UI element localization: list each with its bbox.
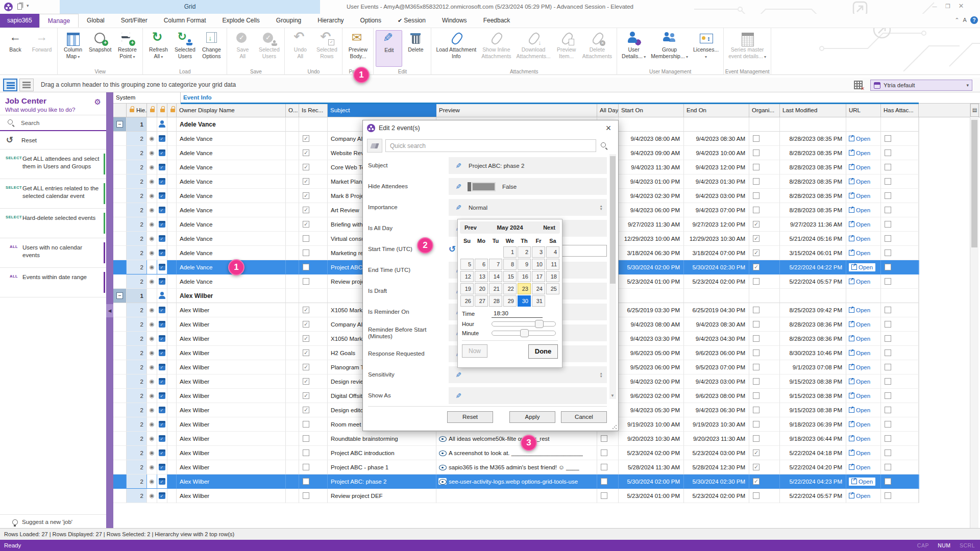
calendar-day[interactable]: 5 (460, 259, 474, 270)
collapse-ribbon-icon[interactable] (954, 17, 959, 23)
open-link[interactable]: Open (849, 236, 870, 242)
organizer-cell[interactable] (749, 403, 780, 417)
url-cell[interactable]: Open (846, 246, 881, 260)
ribbon-button[interactable]: PreviewItem... (553, 30, 580, 67)
end-on-cell[interactable]: 9/27/2023 12:00 PM (684, 217, 749, 232)
is-recurring-cell[interactable] (299, 274, 328, 289)
spinner-icon[interactable] (600, 372, 603, 378)
is-recurring-cell[interactable] (299, 189, 328, 203)
ribbon-button[interactable]: ChangeOptions (198, 30, 225, 67)
has-attachments-cell[interactable] (881, 189, 919, 203)
calendar-day[interactable]: 17 (532, 271, 545, 282)
preview-cell[interactable] (436, 489, 597, 503)
end-on-cell[interactable]: 9/4/2023 10:00 AM (684, 146, 749, 160)
is-recurring-cell[interactable] (299, 403, 328, 417)
ribbon-button[interactable]: Show InlineAttachments (479, 30, 513, 67)
open-link[interactable]: Open (849, 379, 870, 385)
organizer-cell[interactable] (749, 174, 780, 189)
organizer-cell[interactable] (749, 446, 780, 460)
start-on-cell[interactable]: 9/4/2023 09:00 AM (619, 146, 684, 160)
end-on-cell[interactable]: 5/28/2024 12:30 PM (684, 460, 749, 474)
start-on-cell[interactable]: 9/4/2023 06:00 PM (619, 203, 684, 217)
has-attachments-cell[interactable] (881, 274, 919, 289)
is-recurring-cell[interactable] (299, 303, 328, 317)
ribbon-button[interactable]: GroupMembership... (648, 30, 691, 67)
start-on-cell[interactable]: 9/4/2023 02:00 PM (619, 374, 684, 389)
clear-search-button[interactable] (367, 139, 382, 153)
band-event-info[interactable]: Event Info (181, 92, 980, 103)
last-modified-cell[interactable]: 5/22/2024 05:57 PM (780, 489, 846, 503)
organizer-cell[interactable] (749, 217, 780, 232)
has-attachments-cell[interactable] (881, 432, 919, 446)
has-attachments-cell[interactable] (881, 389, 919, 403)
calendar-day[interactable]: 20 (475, 283, 488, 294)
calendar-day[interactable]: 13 (475, 271, 488, 282)
last-modified-cell[interactable] (780, 289, 846, 303)
subject-cell[interactable]: Review project DEF (328, 489, 436, 503)
open-link[interactable]: Open (849, 464, 870, 470)
last-modified-cell[interactable]: 8/28/2023 08:35 PM (780, 203, 846, 217)
organizer-cell[interactable] (749, 203, 780, 217)
end-on-cell[interactable]: 9/4/2023 03:00 PM (684, 374, 749, 389)
open-link[interactable]: Open (849, 136, 870, 142)
last-modified-cell[interactable]: 9/18/2023 06:44 PM (780, 432, 846, 446)
row-expander[interactable] (113, 474, 127, 489)
is-recurring-cell[interactable] (299, 317, 328, 332)
organizer-cell[interactable] (749, 146, 780, 160)
header-preview[interactable]: Preview (436, 104, 597, 117)
clear-grid-filter-icon[interactable] (854, 81, 863, 89)
header-start-on[interactable]: Start On (619, 104, 684, 117)
cancel-button[interactable]: Cancel (561, 411, 607, 423)
field-value[interactable] (449, 366, 607, 383)
calendar-day[interactable]: 6 (475, 259, 488, 270)
owner-cell[interactable]: Adele Vance (177, 274, 286, 289)
has-attachments-cell[interactable] (881, 160, 919, 174)
is-recurring-cell[interactable] (299, 360, 328, 374)
url-cell[interactable]: Open (846, 189, 881, 203)
end-on-cell[interactable] (684, 289, 749, 303)
end-on-cell[interactable]: 9/4/2023 12:00 PM (684, 160, 749, 174)
owner-cell[interactable]: Alex Wilber (177, 403, 286, 417)
open-link[interactable]: Open (849, 350, 870, 356)
has-attachments-cell[interactable] (881, 474, 919, 489)
subject-cell[interactable]: Project ABC: phase 2 (328, 474, 436, 489)
calendar-day[interactable]: 28 (489, 295, 502, 307)
has-attachments-cell[interactable] (881, 403, 919, 417)
start-on-cell[interactable]: 9/27/2023 11:30 AM (619, 217, 684, 232)
header-owner[interactable]: Owner Display Name (177, 104, 286, 117)
is-recurring-cell[interactable] (299, 174, 328, 189)
has-attachments-cell[interactable] (881, 374, 919, 389)
is-recurring-cell[interactable] (299, 417, 328, 432)
minimize-button[interactable] (929, 2, 940, 11)
open-link[interactable]: Open (849, 393, 870, 399)
is-recurring-cell[interactable] (299, 117, 328, 132)
calendar-day[interactable]: 22 (503, 283, 517, 294)
job-item[interactable]: SELECT Get ALL attendees and select them… (0, 149, 106, 179)
header-has-attachments[interactable]: Has Attac... (881, 104, 919, 117)
start-on-cell[interactable]: 12/29/2023 10:00 AM (619, 232, 684, 246)
calendar-day[interactable]: 15 (503, 271, 517, 282)
calendar-day[interactable]: 2 (518, 246, 531, 258)
apply-button[interactable]: Apply (509, 411, 555, 423)
end-on-cell[interactable]: 5/23/2024 02:00 PM (684, 489, 749, 503)
is-recurring-cell[interactable] (299, 489, 328, 503)
context-tab-grid[interactable]: Grid (60, 0, 320, 14)
organizer-cell[interactable] (749, 246, 780, 260)
start-on-cell[interactable] (619, 289, 684, 303)
ribbon-button[interactable]: DownloadAttachments... (514, 30, 553, 67)
preview-cell[interactable]: All ideas welcome50k-filte ows.ytr_rest (436, 432, 597, 446)
is-recurring-cell[interactable] (299, 260, 328, 274)
last-modified-cell[interactable]: 8/28/2023 08:35 PM (780, 189, 846, 203)
row-expander[interactable] (113, 360, 127, 374)
url-cell[interactable]: Open (846, 260, 881, 274)
all-day-cell[interactable] (597, 460, 619, 474)
open-link[interactable]: Open (849, 421, 870, 428)
url-cell[interactable]: Open (846, 489, 881, 503)
close-button[interactable] (955, 2, 967, 11)
ribbon-tab[interactable]: Global (79, 14, 113, 28)
calendar-day[interactable]: 10 (532, 259, 545, 270)
last-modified-cell[interactable]: 8/30/2023 10:46 PM (780, 346, 846, 360)
row-expander[interactable] (113, 217, 127, 232)
organizer-cell[interactable] (749, 160, 780, 174)
edit-pencil-icon[interactable] (452, 392, 461, 400)
